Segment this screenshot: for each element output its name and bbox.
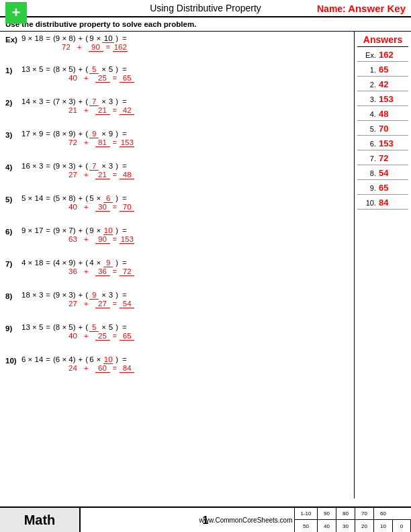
score-40: 40: [317, 519, 336, 532]
eq-bottom: 72 + 81 = 153: [21, 138, 351, 147]
problem-equation: 4 × 18 = (4 × 9) + ( 4 × 9 ) =36 + 36 = …: [21, 259, 351, 276]
score-0: 0: [392, 519, 411, 532]
eq-bottom: 40 + 25 = 65: [21, 332, 351, 341]
problem-equation: 5 × 14 = (5 × 8) + ( 5 × 6 ) =40 + 30 = …: [21, 194, 351, 212]
problem-num: 3): [5, 130, 21, 139]
name-label: Name:: [317, 3, 346, 14]
footer-scores: 1-10 90 80 70 60 50 40 30 20 10 0: [294, 506, 411, 532]
ex-sub2: 90: [89, 43, 103, 52]
score-70: 70: [355, 506, 373, 519]
answer-value: 84: [379, 197, 388, 208]
footer: Math www.CommonCoreSheets.com 1 1-10 90 …: [0, 506, 411, 532]
footer-page-num: 1: [203, 515, 209, 527]
answer-item: 1.65: [357, 64, 408, 77]
answer-label: 1.: [357, 66, 376, 74]
answer-label: 7.: [357, 154, 376, 163]
answer-item: Ex.162: [357, 50, 408, 62]
eq-top: 6 × 14 = (6 × 4) + ( 6 × 10 ) =: [21, 355, 351, 364]
answer-item: 8.54: [357, 168, 408, 180]
problem-num: 2): [5, 97, 21, 107]
answer-item: 6.153: [357, 138, 408, 150]
answer-key-title: Answers: [363, 34, 402, 45]
answer-value: 72: [379, 153, 388, 163]
score-50: 50: [294, 519, 317, 532]
ex-paren2: ): [116, 34, 118, 42]
footer-website: www.CommonCoreSheets.com: [199, 517, 293, 524]
problem-row: 6)9 × 17 = (9 × 7) + ( 9 × 10 ) =63 + 90…: [5, 226, 351, 255]
ex-sub1: 72: [62, 43, 71, 51]
eq-bottom: 21 + 21 = 42: [21, 106, 351, 115]
example-bottom: 72 + 90 = 162: [21, 43, 351, 52]
answer-item: 2.42: [357, 79, 408, 91]
problems-container: 1)13 × 5 = (8 × 5) + ( 5 × 5 ) =40 + 25 …: [5, 65, 351, 384]
problem-row: 4)16 × 3 = (9 × 3) + ( 7 × 3 ) =27 + 21 …: [5, 162, 351, 190]
header: + Using Distributive Property Name: Answ…: [0, 0, 411, 17]
eq-bottom: 27 + 27 = 54: [21, 300, 351, 308]
problem-row: 2)14 × 3 = (7 × 3) + ( 7 × 3 ) =21 + 21 …: [5, 97, 351, 126]
answer-key-header: Answers: [357, 34, 408, 47]
score-20: 20: [355, 519, 373, 532]
problem-equation: 18 × 3 = (9 × 3) + ( 9 × 3 ) =27 + 27 = …: [21, 291, 351, 308]
example-equation: 9 × 18 = (9 × 8) + ( 9 × 10 ) = 72 + 90 …: [21, 34, 351, 52]
score-bottom-row: 50 40 30 20 10 0: [294, 519, 411, 532]
answer-item: 10.84: [357, 197, 408, 210]
answer-label: 4.: [357, 110, 376, 118]
example-top: 9 × 18 = (9 × 8) + ( 9 × 10 ) =: [21, 34, 351, 43]
score-top-row: 1-10 90 80 70 60: [294, 506, 411, 519]
answer-value: 162: [379, 50, 394, 60]
eq-top: 9 × 17 = (9 × 7) + ( 9 × 10 ) =: [21, 226, 351, 235]
eq-bottom: 40 + 30 = 70: [21, 203, 351, 212]
score-10: 10: [373, 519, 392, 532]
logo-plus: +: [12, 5, 21, 20]
eq-bottom: 63 + 90 = 153: [21, 235, 351, 244]
answer-value: 153: [379, 138, 394, 148]
answer-key-label: Answer Key: [348, 3, 406, 14]
eq-top: 17 × 9 = (8 × 9) + ( 9 × 9 ) =: [21, 130, 351, 138]
eq-top: 13 × 5 = (8 × 5) + ( 5 × 5 ) =: [21, 323, 351, 332]
problem-equation: 14 × 3 = (7 × 3) + ( 7 × 3 ) =21 + 21 = …: [21, 97, 351, 115]
problem-num: 4): [5, 162, 21, 171]
answer-value: 48: [379, 109, 388, 119]
problem-equation: 13 × 5 = (8 × 5) + ( 5 × 5 ) =40 + 25 = …: [21, 65, 351, 83]
logo-box: +: [5, 2, 27, 24]
eq-top: 4 × 18 = (4 × 9) + ( 4 × 9 ) =: [21, 259, 351, 267]
score-60: 60: [373, 506, 392, 519]
ex-f1: 9: [89, 34, 93, 42]
problem-row: 10)6 × 14 = (6 × 4) + ( 6 × 10 ) =24 + 6…: [5, 355, 351, 384]
eq-bottom: 27 + 21 = 48: [21, 171, 351, 179]
answer-item: 7.72: [357, 153, 408, 165]
eq-bottom: 24 + 60 = 84: [21, 364, 351, 373]
ex-blank: 10: [102, 34, 114, 43]
problem-num: 10): [5, 355, 21, 365]
eq-top: 5 × 14 = (5 × 8) + ( 5 × 6 ) =: [21, 194, 351, 203]
problem-equation: 16 × 3 = (9 × 3) + ( 7 × 3 ) =27 + 21 = …: [21, 162, 351, 179]
main-content: Ex) 9 × 18 = (9 × 8) + ( 9 × 10 ) = 72 +: [0, 32, 411, 498]
header-title: Using Distributive Property: [150, 3, 261, 13]
problem-row: 1)13 × 5 = (8 × 5) + ( 5 × 5 ) =40 + 25 …: [5, 65, 351, 93]
answer-label: 9.: [357, 184, 376, 192]
problem-num: 6): [5, 226, 21, 236]
answer-label: 2.: [357, 81, 376, 89]
answer-label: Ex.: [357, 51, 376, 59]
problem-num: 8): [5, 291, 21, 300]
footer-math-box: Math: [0, 508, 81, 532]
answer-item: 3.153: [357, 94, 408, 106]
answer-item: 4.48: [357, 109, 408, 121]
eq-top: 18 × 3 = (9 × 3) + ( 9 × 3 ) =: [21, 291, 351, 300]
answer-label: 8.: [357, 169, 376, 177]
answer-value: 65: [379, 183, 388, 193]
ex-eq3: =: [106, 43, 111, 51]
answer-value: 42: [379, 79, 388, 89]
score-label-1-10: 1-10: [294, 506, 317, 519]
answer-label: 10.: [357, 199, 376, 207]
eq-top: 16 × 3 = (9 × 3) + ( 7 × 3 ) =: [21, 162, 351, 171]
problem-num: 7): [5, 259, 21, 268]
problem-row: 5)5 × 14 = (5 × 8) + ( 5 × 6 ) =40 + 30 …: [5, 194, 351, 222]
eq-top: 14 × 3 = (7 × 3) + ( 7 × 3 ) =: [21, 97, 351, 106]
score-90: 90: [317, 506, 336, 519]
problem-row: 8)18 × 3 = (9 × 3) + ( 9 × 3 ) =27 + 27 …: [5, 291, 351, 319]
answer-item: 5.70: [357, 124, 408, 136]
page-number: 1: [203, 515, 209, 526]
answer-label: 5.: [357, 125, 376, 133]
problems-area: Ex) 9 × 18 = (9 × 8) + ( 9 × 10 ) = 72 +: [0, 32, 354, 498]
